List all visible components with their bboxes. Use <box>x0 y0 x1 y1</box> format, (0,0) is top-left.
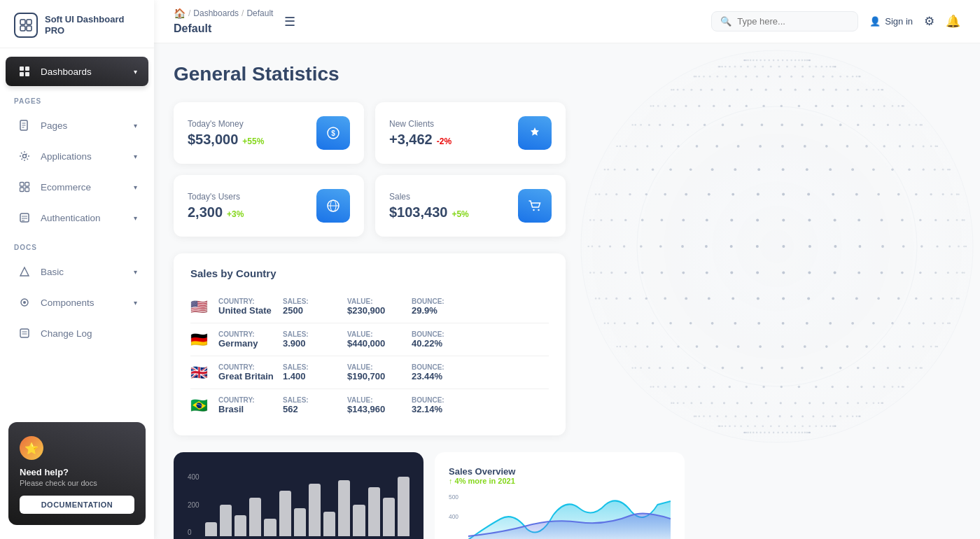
menu-icon[interactable]: ☰ <box>284 14 295 29</box>
svg-point-636 <box>752 59 754 61</box>
svg-point-166 <box>902 386 904 388</box>
svg-point-171 <box>860 386 862 388</box>
ecommerce-chevron: ▾ <box>134 183 137 191</box>
svg-point-490 <box>892 105 894 107</box>
flag-br: 🇧🇷 <box>190 397 210 414</box>
svg-point-408 <box>942 169 944 171</box>
svg-point-335 <box>859 245 862 248</box>
svg-point-422 <box>669 168 672 171</box>
svg-point-268 <box>607 322 609 324</box>
svg-point-273 <box>949 323 951 324</box>
signin-button[interactable]: 👤 Sign in <box>869 16 913 27</box>
svg-rect-1 <box>27 20 31 24</box>
svg-point-59 <box>773 432 774 433</box>
svg-point-125 <box>703 415 705 417</box>
pages-chevron: ▾ <box>134 122 137 130</box>
breadcrumb-title: Default <box>174 22 211 35</box>
svg-point-262 <box>690 322 692 325</box>
svg-point-466 <box>873 124 875 126</box>
sidebar-item-ecommerce[interactable]: Ecommerce ▾ <box>6 172 148 202</box>
sidebar-item-pages[interactable]: Pages ▾ <box>6 111 148 140</box>
svg-point-407 <box>947 169 949 171</box>
svg-point-219 <box>921 367 923 368</box>
svg-point-142 <box>847 402 849 404</box>
svg-point-655 <box>637 106 917 386</box>
sidebar-item-authentication[interactable]: Authentication ▾ <box>6 203 148 232</box>
svg-point-381 <box>951 193 953 195</box>
svg-point-365 <box>756 218 759 221</box>
svg-point-331 <box>936 245 938 247</box>
svg-point-208 <box>704 367 706 369</box>
bar-item <box>294 508 306 536</box>
search-icon: 🔍 <box>720 16 732 27</box>
settings-icon[interactable]: ⚙ <box>924 14 934 29</box>
sidebar: Soft UI Dashboard PRO Dashboards ▾ PAGES <box>0 0 154 539</box>
svg-point-197 <box>899 367 901 369</box>
svg-point-506 <box>664 105 666 107</box>
breadcrumb-home-icon: 🏠 <box>174 8 186 19</box>
svg-rect-14 <box>25 183 29 187</box>
svg-point-615 <box>794 59 797 62</box>
svg-point-476 <box>687 124 689 126</box>
app-name: Soft UI Dashboard PRO <box>45 14 140 36</box>
svg-point-338 <box>782 245 785 248</box>
sales-value-de: 3.900 <box>283 338 339 349</box>
svg-point-257 <box>806 322 808 325</box>
search-input[interactable] <box>737 16 849 27</box>
svg-point-139 <box>873 402 875 404</box>
svg-point-121 <box>734 415 736 417</box>
svg-point-201 <box>839 367 842 370</box>
svg-point-358 <box>919 219 921 221</box>
svg-point-431 <box>947 169 948 170</box>
svg-point-525 <box>794 89 797 91</box>
svg-point-244 <box>620 346 621 347</box>
svg-point-631 <box>743 59 745 61</box>
svg-point-27 <box>808 432 810 433</box>
svg-point-620 <box>773 59 775 62</box>
svg-point-191 <box>902 386 903 388</box>
svg-point-92 <box>721 426 723 428</box>
sidebar-item-dashboards[interactable]: Dashboards ▾ <box>6 57 148 86</box>
svg-point-503 <box>698 105 700 107</box>
sidebar-item-basic[interactable]: Basic ▾ <box>6 257 148 286</box>
svg-point-190 <box>898 386 899 388</box>
svg-point-178 <box>746 386 748 388</box>
svg-point-86 <box>754 425 756 427</box>
svg-point-461 <box>920 124 922 126</box>
svg-point-504 <box>685 105 687 107</box>
svg-point-633 <box>746 59 747 61</box>
bounce-value-br: 32.14% <box>412 404 468 414</box>
svg-point-488 <box>902 105 904 107</box>
svg-point-404 <box>956 194 958 195</box>
svg-point-127 <box>695 415 697 417</box>
svg-point-444 <box>781 145 784 148</box>
bar-item <box>264 519 276 536</box>
stat-card-sales: Sales $103,430 +5% <box>375 175 566 237</box>
search-box[interactable]: 🔍 <box>711 11 858 31</box>
value-label-us: Value: <box>347 298 403 305</box>
svg-point-187 <box>650 386 652 387</box>
svg-point-361 <box>858 219 860 222</box>
svg-point-353 <box>963 219 965 220</box>
svg-point-87 <box>747 425 749 427</box>
svg-point-199 <box>873 367 875 369</box>
svg-point-77 <box>821 425 823 427</box>
documentation-button[interactable]: DOCUMENTATION <box>20 496 134 514</box>
bell-icon[interactable]: 🔔 <box>946 14 960 29</box>
svg-point-80 <box>802 425 804 427</box>
svg-point-124 <box>709 415 711 417</box>
sidebar-item-changelog[interactable]: Change Log <box>6 318 148 348</box>
dashboards-chevron: ▾ <box>134 68 137 76</box>
svg-point-147 <box>780 402 782 404</box>
svg-point-248 <box>947 323 949 325</box>
svg-point-52 <box>748 432 749 433</box>
svg-point-261 <box>711 322 714 325</box>
svg-point-542 <box>881 89 882 90</box>
country-name-us: United State <box>218 305 274 316</box>
sidebar-item-components[interactable]: Components ▾ <box>6 288 148 317</box>
svg-point-340 <box>730 245 733 248</box>
sidebar-item-applications[interactable]: Applications ▾ <box>6 141 148 171</box>
svg-point-460 <box>921 124 923 125</box>
svg-point-263 <box>669 322 672 325</box>
svg-point-613 <box>802 59 804 62</box>
